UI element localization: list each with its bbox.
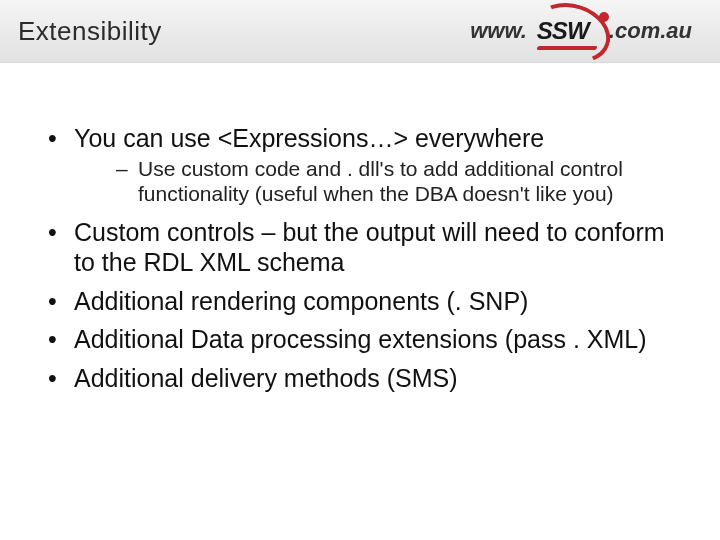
bullet-text: Additional Data processing extensions (p…	[74, 325, 647, 353]
bullet-text: Custom controls – but the output will ne…	[74, 218, 665, 277]
bullet-text: You can use <Expressions…> everywhere	[74, 124, 544, 152]
list-item: Additional delivery methods (SMS)	[40, 363, 680, 394]
logo-prefix: www.	[470, 18, 527, 44]
bullet-list: You can use <Expressions…> everywhere Us…	[40, 123, 680, 393]
logo-brand: SSW	[537, 17, 589, 45]
sub-list-item: Use custom code and . dll's to add addit…	[74, 156, 680, 207]
bullet-text: Additional delivery methods (SMS)	[74, 364, 458, 392]
logo-suffix: .com.au	[609, 18, 692, 44]
list-item: Additional Data processing extensions (p…	[40, 324, 680, 355]
list-item: Custom controls – but the output will ne…	[40, 217, 680, 278]
slide-header: Extensibility www. SSW .com.au	[0, 0, 720, 63]
sub-list: Use custom code and . dll's to add addit…	[74, 156, 680, 207]
company-logo: www. SSW .com.au	[470, 6, 692, 56]
slide-body: You can use <Expressions…> everywhere Us…	[0, 63, 720, 393]
sub-bullet-text: Use custom code and . dll's to add addit…	[138, 157, 623, 206]
list-item: Additional rendering components (. SNP)	[40, 286, 680, 317]
slide-title: Extensibility	[0, 16, 162, 47]
ssw-swoosh-icon: SSW	[529, 6, 607, 56]
list-item: You can use <Expressions…> everywhere Us…	[40, 123, 680, 207]
bullet-text: Additional rendering components (. SNP)	[74, 287, 528, 315]
